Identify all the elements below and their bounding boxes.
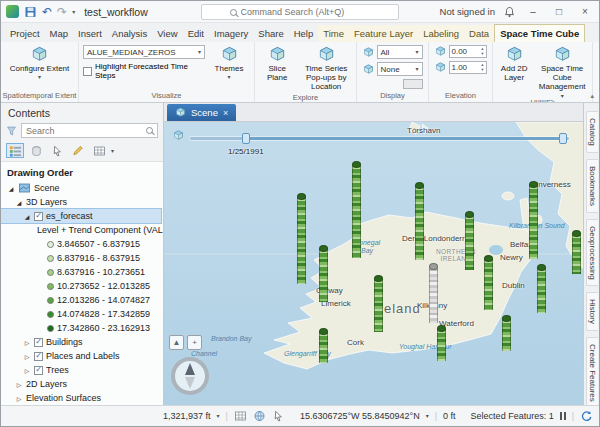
tree-item-3d-layers[interactable]: ◢ 3D Layers <box>1 195 163 209</box>
selected-features-status[interactable]: Selected Features: 1 <box>471 411 554 421</box>
signin-status[interactable]: Not signed in <box>440 6 495 17</box>
collapse-ribbon-button[interactable]: ▴ <box>590 92 594 100</box>
coordinates-display[interactable]: 15.6306725°W 55.8450942°N <box>300 411 420 421</box>
checkbox[interactable] <box>83 67 92 76</box>
cube-column[interactable] <box>297 196 306 284</box>
save-icon[interactable] <box>24 6 37 18</box>
panel-tab-history[interactable]: History <box>586 292 598 331</box>
ribbon-tab-analysis[interactable]: Analysis <box>107 25 152 42</box>
display-none-dropdown[interactable]: None ▾ <box>377 62 423 76</box>
expand-icon[interactable]: ▷ <box>23 353 31 360</box>
tree-item-es-forecast[interactable]: ◢ ✓ es_forecast <box>1 209 161 223</box>
cube-column[interactable] <box>502 318 511 351</box>
filter-icon[interactable] <box>6 125 17 137</box>
add-2d-layer-button[interactable]: Add 2D Layer <box>496 45 532 83</box>
scene-view-tab[interactable]: Scene × <box>167 104 236 121</box>
tree-item-trees[interactable]: ▷✓Trees <box>1 363 163 377</box>
panel-tab-bookmarks[interactable]: Bookmarks <box>586 159 598 213</box>
legend-item[interactable]: 14.074828 - 17.342859 <box>1 307 163 321</box>
display-swatch[interactable] <box>403 79 423 89</box>
ribbon-tab-data[interactable]: Data <box>464 25 494 42</box>
ribbon-tab-project[interactable]: Project <box>5 25 45 42</box>
expand-icon[interactable]: ▷ <box>15 395 23 402</box>
panel-tab-catalog[interactable]: Catalog <box>586 111 598 153</box>
legend-item[interactable]: 17.342860 - 23.162913 <box>1 321 163 335</box>
elevation-offset-spinner[interactable]: 0.00 ▴▾ <box>449 45 487 58</box>
collapse-icon[interactable]: ◢ <box>7 185 15 192</box>
cube-column[interactable] <box>352 164 361 258</box>
expand-icon[interactable]: ▷ <box>23 339 31 346</box>
redo-icon[interactable]: ↷ <box>57 6 67 18</box>
contents-search-input[interactable] <box>26 126 143 136</box>
display-all-dropdown[interactable]: All ▾ <box>377 45 423 59</box>
pause-drawing-icon[interactable] <box>560 412 566 420</box>
list-by-selection-icon[interactable] <box>48 143 66 158</box>
ribbon-tab-help[interactable]: Help <box>289 25 319 42</box>
elevation-exaggeration-spinner[interactable]: 1.00 ▴▾ <box>449 61 487 74</box>
close-button[interactable]: × <box>576 6 594 17</box>
tree-item-places-and-labels[interactable]: ▷✓Places and Labels <box>1 349 163 363</box>
spatial-reference-icon[interactable] <box>253 410 266 422</box>
command-search-input[interactable] <box>241 7 371 17</box>
cube-column[interactable] <box>529 184 538 259</box>
collapse-icon[interactable]: ◢ <box>23 213 31 220</box>
cube-column[interactable] <box>374 278 383 332</box>
ribbon-tab-view[interactable]: View <box>152 25 182 42</box>
ribbon-tab-map[interactable]: Map <box>45 25 73 42</box>
list-by-source-icon[interactable] <box>27 143 45 158</box>
collapse-icon[interactable]: ◢ <box>15 199 23 206</box>
tree-item-elevation-surfaces[interactable]: ▷ Elevation Surfaces <box>1 391 163 405</box>
map-canvas[interactable]: 1/25/1991 ▲ + TórshavnInvernessDerry/Lon… <box>164 122 583 405</box>
list-by-snapping-icon[interactable] <box>90 143 108 158</box>
expand-icon[interactable]: ▷ <box>15 381 23 388</box>
expand-icon[interactable]: ▷ <box>23 367 31 374</box>
cube-column[interactable] <box>319 248 328 302</box>
scale-caret-icon[interactable]: ▾ <box>217 413 220 419</box>
cube-column[interactable] <box>537 267 546 313</box>
time-slider-end-handle[interactable] <box>559 133 567 144</box>
layer-checkbox[interactable]: ✓ <box>34 366 43 375</box>
ribbon-tab-space-time-cube[interactable]: Space Time Cube <box>494 24 585 42</box>
layer-checkbox[interactable]: ✓ <box>34 212 43 221</box>
quick-access-caret-icon[interactable]: ▾ <box>72 9 75 15</box>
layout-grid-icon[interactable] <box>234 410 247 422</box>
time-series-popups-button[interactable]: Time Series Pop-ups by Location <box>299 45 353 93</box>
time-slider-start-handle[interactable] <box>242 133 250 144</box>
undo-icon[interactable]: ↶ <box>42 6 52 18</box>
selection-tool-icon[interactable] <box>272 410 285 422</box>
panel-tab-geoprocessing[interactable]: Geoprocessing <box>586 219 598 287</box>
spinner-arrows-icon[interactable]: ▴▾ <box>481 63 483 72</box>
legend-item[interactable]: 8.637916 - 10.273651 <box>1 265 163 279</box>
ribbon-tab-labeling[interactable]: Labeling <box>418 25 464 42</box>
time-slider[interactable]: 1/25/1991 <box>164 128 583 162</box>
time-cube-icon[interactable] <box>173 130 184 141</box>
panel-tab-create-features[interactable]: Create Features <box>586 337 598 409</box>
variable-dropdown[interactable]: ALUE_MEDIAN_ZEROS ▾ <box>83 45 205 59</box>
list-by-drawing-order-icon[interactable] <box>6 143 24 158</box>
legend-item[interactable]: 6.837916 - 8.637915 <box>1 251 163 265</box>
scale-control[interactable]: 1,321,937 ft <box>163 411 211 421</box>
highlight-forecast-checkbox-row[interactable]: Highlight Forecasted Time Steps <box>83 62 205 80</box>
cube-column[interactable] <box>319 331 328 363</box>
contents-search[interactable] <box>21 123 158 138</box>
legend-item[interactable]: 10.273652 - 12.013285 <box>1 279 163 293</box>
pan-control-button[interactable]: + <box>187 335 202 350</box>
tree-item-2d-layers[interactable]: ▷ 2D Layers <box>1 377 163 391</box>
command-search[interactable] <box>201 4 399 20</box>
legend-item[interactable]: 12.013286 - 14.074827 <box>1 293 163 307</box>
ribbon-tab-edit[interactable]: Edit <box>183 25 209 42</box>
toolbar-caret-icon[interactable]: ▾ <box>111 148 114 154</box>
cube-column[interactable] <box>572 233 581 274</box>
slice-plane-button[interactable]: Slice Plane <box>258 45 296 83</box>
cube-column[interactable] <box>465 214 474 270</box>
layer-checkbox[interactable]: ✓ <box>34 338 43 347</box>
ribbon-tab-insert[interactable]: Insert <box>73 25 107 42</box>
list-by-editing-icon[interactable] <box>69 143 87 158</box>
nav-arrow-button[interactable]: ▲ <box>169 335 184 350</box>
cube-column[interactable] <box>437 328 446 361</box>
cube-column[interactable] <box>429 266 438 323</box>
legend-item[interactable]: 3.846507 - 6.837915 <box>1 237 163 251</box>
cube-column[interactable] <box>415 185 424 260</box>
cube-column[interactable] <box>484 258 493 310</box>
cube-management-button[interactable]: Space Time Cube Management ▾ <box>535 45 589 100</box>
